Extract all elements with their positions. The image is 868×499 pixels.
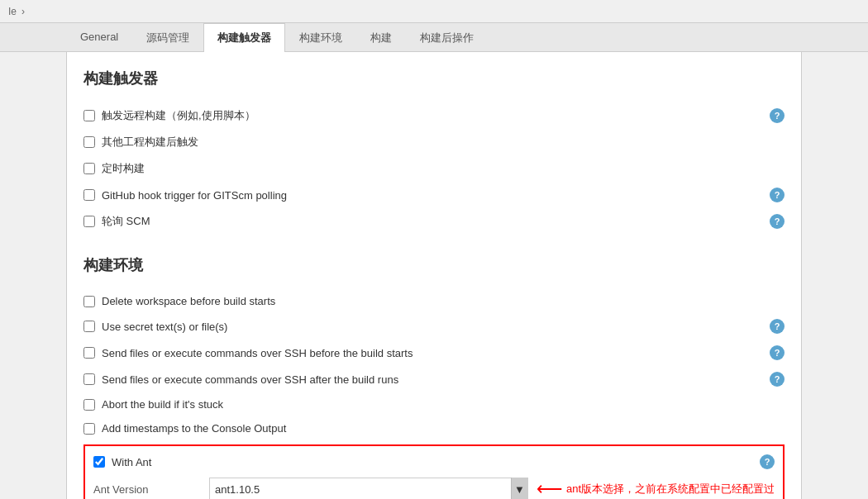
env-ssh-before-help-icon[interactable]: ?: [770, 345, 785, 360]
trigger-scm-help-icon[interactable]: ?: [770, 214, 785, 229]
tab-bar: General 源码管理 构建触发器 构建环境 构建 构建后操作: [0, 23, 868, 52]
tab-env[interactable]: 构建环境: [285, 23, 356, 52]
env-delete-row: Delete workspace before build starts: [83, 293, 785, 309]
env-delete-checkbox[interactable]: [83, 296, 95, 307]
ant-version-dropdown-arrow[interactable]: ▼: [511, 478, 527, 499]
main-content: 构建触发器 触发远程构建（例如,使用脚本） ? 其他工程构建后触发 定时构建 G…: [66, 52, 802, 499]
trigger-scm-checkbox[interactable]: [83, 216, 95, 227]
env-timestamps-row: Add timestamps to the Console Output: [83, 421, 785, 436]
tab-source[interactable]: 源码管理: [132, 23, 203, 52]
trigger-remote-checkbox[interactable]: [83, 110, 95, 121]
trigger-timer-checkbox[interactable]: [83, 163, 95, 174]
trigger-remote-label: 触发远程构建（例如,使用脚本）: [102, 108, 770, 123]
env-ssh-before-label: Send files or execute commands over SSH …: [102, 347, 770, 359]
trigger-other-label: 其他工程构建后触发: [102, 135, 785, 150]
ant-version-arrow-icon: ⟵: [537, 478, 563, 499]
tab-general[interactable]: General: [66, 23, 132, 52]
env-section-title: 构建环境: [83, 255, 785, 280]
with-ant-label: With Ant: [112, 456, 151, 468]
trigger-github-help-icon[interactable]: ?: [770, 188, 785, 202]
env-ssh-after-label: Send files or execute commands over SSH …: [102, 373, 770, 386]
env-secret-checkbox[interactable]: [83, 321, 95, 332]
with-ant-checkbox[interactable]: [93, 456, 105, 468]
trigger-other-checkbox[interactable]: [83, 136, 95, 148]
env-secret-help-icon[interactable]: ?: [770, 319, 785, 334]
trigger-github-label: GitHub hook trigger for GITScm polling: [102, 189, 770, 202]
trigger-other-row: 其他工程构建后触发: [83, 133, 785, 151]
tab-post[interactable]: 构建后操作: [406, 23, 488, 52]
env-secret-label: Use secret text(s) or file(s): [102, 321, 770, 333]
env-secret-row: Use secret text(s) or file(s) ?: [83, 317, 785, 335]
trigger-timer-row: 定时构建: [83, 159, 785, 178]
tab-trigger[interactable]: 构建触发器: [203, 23, 285, 52]
breadcrumb-separator: ›: [21, 6, 25, 17]
trigger-scm-label: 轮询 SCM: [102, 214, 770, 229]
env-abort-checkbox[interactable]: [83, 399, 95, 411]
ant-version-label: Ant Version: [93, 483, 209, 496]
env-timestamps-label: Add timestamps to the Console Output: [102, 422, 785, 435]
trigger-timer-label: 定时构建: [102, 161, 785, 176]
env-delete-label: Delete workspace before build starts: [102, 295, 785, 307]
with-ant-section: With Ant ? Ant Version ant1.10.5 ▼ ⟵ ant…: [83, 444, 785, 499]
trigger-remote-help-icon[interactable]: ?: [770, 108, 785, 123]
trigger-github-checkbox[interactable]: [83, 189, 95, 201]
env-ssh-before-row: Send files or execute commands over SSH …: [83, 344, 785, 362]
ant-version-annotation: ⟵ ant版本选择，之前在系统配置中已经配置过: [537, 478, 775, 499]
env-abort-label: Abort the build if it's stuck: [102, 398, 785, 411]
trigger-section-title: 构建触发器: [83, 69, 785, 93]
trigger-scm-row: 轮询 SCM ?: [83, 212, 785, 230]
env-timestamps-checkbox[interactable]: [83, 423, 95, 435]
tab-build[interactable]: 构建: [356, 23, 406, 52]
breadcrumb: Ie: [8, 6, 17, 17]
trigger-remote-row: 触发远程构建（例如,使用脚本） ?: [83, 107, 785, 125]
env-ssh-before-checkbox[interactable]: [83, 347, 95, 359]
ant-version-value: ant1.10.5: [215, 483, 511, 496]
env-ssh-after-checkbox[interactable]: [83, 373, 95, 385]
env-ssh-after-row: Send files or execute commands over SSH …: [83, 370, 785, 388]
env-ssh-after-help-icon[interactable]: ?: [770, 372, 785, 387]
env-abort-row: Abort the build if it's stuck: [83, 397, 785, 412]
with-ant-help-icon[interactable]: ?: [760, 454, 775, 469]
trigger-github-row: GitHub hook trigger for GITScm polling ?: [83, 186, 785, 204]
